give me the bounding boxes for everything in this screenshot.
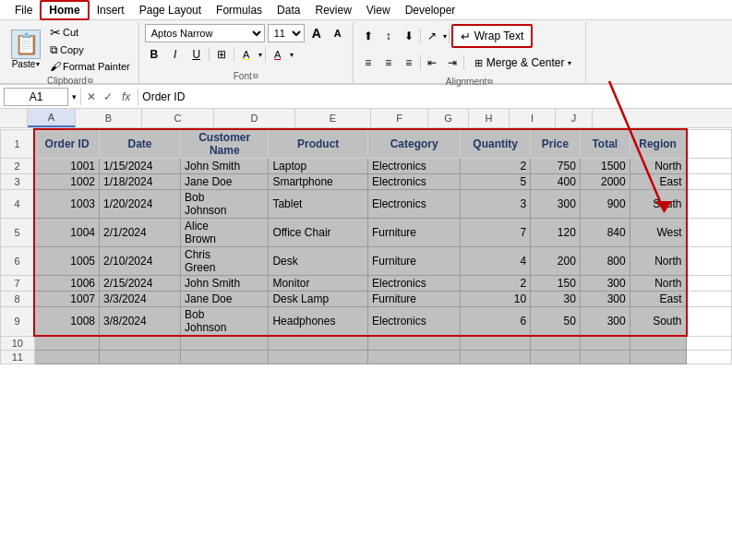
col-header-i[interactable]: I: [510, 109, 556, 127]
font-size-select[interactable]: 11: [268, 24, 305, 42]
cell[interactable]: 2000: [580, 174, 630, 190]
cell[interactable]: [34, 350, 99, 363]
cell-empty[interactable]: [687, 276, 732, 292]
cell-empty[interactable]: [687, 247, 732, 276]
cell[interactable]: Order ID: [34, 129, 99, 159]
cell[interactable]: [580, 350, 630, 363]
cell[interactable]: ChrisGreen: [181, 247, 269, 276]
confirm-formula-icon[interactable]: ✓: [102, 89, 114, 105]
cell[interactable]: Monitor: [269, 276, 368, 292]
cell[interactable]: 300: [580, 276, 630, 292]
align-center-button[interactable]: ≡: [379, 54, 398, 72]
menu-item-developer[interactable]: Developer: [398, 2, 463, 18]
cell[interactable]: [368, 350, 461, 363]
cell[interactable]: Quantity: [461, 129, 531, 159]
cell[interactable]: [181, 336, 269, 350]
increase-font-button[interactable]: A: [307, 24, 326, 42]
cell[interactable]: North: [630, 247, 686, 276]
cell[interactable]: [580, 336, 630, 350]
border-button[interactable]: ⊞: [212, 45, 231, 64]
cell[interactable]: 6: [461, 307, 531, 337]
cell[interactable]: [368, 336, 461, 350]
cell[interactable]: 1004: [34, 219, 99, 247]
cell[interactable]: 1005: [34, 247, 99, 276]
cell-empty[interactable]: [687, 190, 732, 219]
col-header-a[interactable]: A: [28, 109, 76, 127]
cell[interactable]: 1/20/2024: [100, 190, 181, 219]
align-left-button[interactable]: ≡: [359, 54, 378, 72]
cell[interactable]: [181, 350, 269, 363]
cell[interactable]: [630, 350, 686, 363]
cell[interactable]: [461, 350, 531, 363]
cell[interactable]: 3/8/2024: [100, 307, 181, 337]
cell[interactable]: North: [630, 276, 686, 292]
rotate-text-button[interactable]: ↗: [423, 27, 441, 45]
col-header-j[interactable]: J: [556, 109, 593, 127]
cell-empty[interactable]: [687, 174, 732, 190]
cell[interactable]: Furniture: [368, 292, 461, 307]
increase-indent-button[interactable]: ⇥: [443, 54, 462, 72]
cell[interactable]: South: [630, 307, 686, 337]
col-header-h[interactable]: H: [469, 109, 510, 127]
cell[interactable]: 4: [461, 247, 531, 276]
cell[interactable]: Desk Lamp: [269, 292, 368, 307]
cell[interactable]: 50: [531, 307, 581, 337]
cell[interactable]: Headphones: [269, 307, 368, 337]
cell-empty[interactable]: [687, 219, 732, 247]
alignment-expander[interactable]: ⧉: [487, 77, 493, 87]
cell[interactable]: 120: [531, 219, 581, 247]
fill-color-button[interactable]: A: [237, 45, 256, 64]
cell[interactable]: Price: [531, 129, 581, 159]
cell[interactable]: [100, 350, 181, 363]
cell[interactable]: 300: [580, 292, 630, 307]
cell[interactable]: Electronics: [368, 307, 461, 337]
cell[interactable]: East: [630, 292, 686, 307]
cell[interactable]: 400: [531, 174, 581, 190]
cell[interactable]: 3/3/2024: [100, 292, 181, 307]
cell[interactable]: Date: [100, 129, 181, 159]
cell[interactable]: 1003: [34, 190, 99, 219]
cell[interactable]: 7: [461, 219, 531, 247]
menu-item-formulas[interactable]: Formulas: [209, 2, 270, 18]
col-header-e[interactable]: E: [295, 109, 371, 127]
cell[interactable]: 200: [531, 247, 581, 276]
cell[interactable]: [269, 336, 368, 350]
align-top-button[interactable]: ⬆: [359, 27, 378, 45]
cell[interactable]: West: [630, 219, 686, 247]
cut-button[interactable]: ✂ Cut: [47, 24, 133, 41]
cell-empty[interactable]: [687, 336, 732, 350]
format-painter-button[interactable]: 🖌 Format Painter: [47, 59, 133, 74]
cell[interactable]: 2/10/2024: [100, 247, 181, 276]
menu-item-page layout[interactable]: Page Layout: [132, 2, 209, 18]
cell[interactable]: Jane Doe: [181, 174, 269, 190]
menu-item-data[interactable]: Data: [270, 2, 307, 18]
cell[interactable]: 2/15/2024: [100, 276, 181, 292]
cell[interactable]: 750: [531, 159, 581, 174]
cell[interactable]: [461, 336, 531, 350]
cell[interactable]: Electronics: [368, 276, 461, 292]
cell[interactable]: North: [630, 159, 686, 174]
fill-color-dropdown[interactable]: ▾: [258, 51, 262, 59]
decrease-indent-button[interactable]: ⇤: [423, 54, 441, 72]
cell-empty[interactable]: [687, 159, 732, 174]
cell[interactable]: Electronics: [368, 159, 461, 174]
cell[interactable]: Tablet: [269, 190, 368, 219]
menu-item-home[interactable]: Home: [40, 0, 89, 20]
font-name-select[interactable]: Aptos Narrow: [145, 24, 265, 42]
cell[interactable]: 150: [531, 276, 581, 292]
cell[interactable]: 10: [461, 292, 531, 307]
cell-empty[interactable]: [687, 129, 732, 159]
menu-item-review[interactable]: Review: [307, 2, 358, 18]
rotate-text-dropdown[interactable]: ▾: [443, 32, 447, 41]
cell[interactable]: 1002: [34, 174, 99, 190]
cell[interactable]: 1001: [34, 159, 99, 174]
cell[interactable]: South: [630, 190, 686, 219]
cell[interactable]: [630, 336, 686, 350]
paste-button[interactable]: 📋 Paste▾: [7, 28, 44, 71]
cell-empty[interactable]: [687, 307, 732, 337]
italic-button[interactable]: I: [166, 45, 185, 64]
cell[interactable]: Furniture: [368, 247, 461, 276]
font-expander[interactable]: ⧉: [253, 72, 258, 81]
cell[interactable]: John Smith: [181, 159, 269, 174]
cell[interactable]: 1007: [34, 292, 99, 307]
